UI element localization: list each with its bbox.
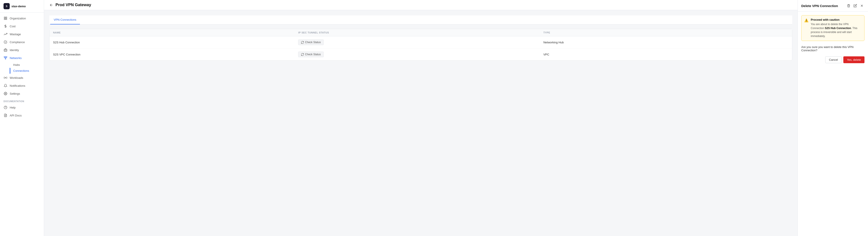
sidebar-nav: Organization Cost Wastage Compliance Ide	[0, 12, 44, 236]
panel-body: ⚠️ Proceed with caution You are about to…	[798, 12, 868, 236]
table-row: S2S VPC Connection Check Status VPC	[50, 48, 792, 60]
sidebar-label-connections: Connections	[13, 69, 29, 72]
sidebar-label-workloads: Workloads	[10, 76, 23, 79]
wastage-icon	[3, 32, 7, 36]
panel-header: Delete VPN Connection	[798, 0, 868, 12]
notifications-icon	[3, 83, 7, 88]
warning-box: ⚠️ Proceed with caution You are about to…	[801, 15, 865, 41]
identity-icon	[3, 48, 7, 52]
col-header-name: NAME	[53, 31, 298, 34]
confirm-question: Are you sure you want to delete this VPN…	[801, 45, 865, 52]
sidebar-item-networks[interactable]: Networks	[0, 54, 44, 62]
row2-type: VPC	[544, 53, 788, 56]
tab-vpn-connections[interactable]: VPN Connections	[50, 15, 80, 25]
row1-type: Networking Hub	[544, 41, 788, 44]
panel-actions	[846, 3, 865, 8]
row1-check-status-button[interactable]: Check Status	[298, 39, 323, 45]
cancel-button[interactable]: Cancel	[825, 56, 842, 63]
right-panel: Delete VPN Connection ⚠️ Proceed with ca…	[798, 0, 868, 236]
sidebar-item-settings[interactable]: Settings	[0, 90, 44, 98]
sidebar-item-help[interactable]: Help	[0, 103, 44, 111]
sidebar-label-notifications: Notifications	[10, 84, 25, 88]
sidebar-label-identity: Identity	[10, 48, 19, 52]
sidebar-label-hubs: Hubs	[13, 63, 20, 66]
organization-icon	[3, 16, 7, 20]
main-content: Prod VPN Gateway VPN Connections NAME IP…	[44, 0, 798, 236]
sidebar-label-organization: Organization	[10, 17, 26, 20]
sidebar-item-connections[interactable]: Connections	[10, 68, 44, 74]
sidebar-item-hubs[interactable]: Hubs	[10, 62, 44, 68]
sidebar-label-settings: Settings	[10, 92, 20, 95]
table-header: NAME IP SEC TUNNEL STATUS TYPE	[50, 29, 792, 36]
row1-name: S2S Hub Connection	[53, 41, 298, 44]
sidebar-label-networks: Networks	[10, 56, 22, 60]
svg-rect-8	[6, 57, 7, 57]
row2-check-status-button[interactable]: Check Status	[298, 52, 323, 57]
workloads-icon	[3, 76, 7, 80]
svg-rect-3	[4, 19, 5, 20]
svg-rect-0	[4, 17, 5, 18]
row1-status-cell: Check Status	[298, 39, 543, 45]
sidebar-item-workloads[interactable]: Workloads	[0, 74, 44, 82]
sidebar-label-help: Help	[10, 106, 16, 109]
panel-title: Delete VPN Connection	[801, 4, 838, 8]
sidebar-item-identity[interactable]: Identity	[0, 46, 44, 54]
help-icon	[3, 105, 7, 109]
col-header-type: TYPE	[544, 31, 788, 34]
settings-icon	[3, 92, 7, 96]
sidebar-item-compliance[interactable]: Compliance	[0, 38, 44, 46]
cost-icon	[3, 24, 7, 28]
app-logo: S	[3, 3, 10, 9]
sidebar-item-organization[interactable]: Organization	[0, 14, 44, 22]
svg-rect-6	[4, 57, 5, 57]
sidebar-header: S stax-demo	[0, 0, 44, 12]
tabs: VPN Connections	[49, 15, 792, 25]
svg-rect-5	[4, 49, 7, 51]
svg-point-14	[5, 77, 6, 78]
row2-check-status-label: Check Status	[305, 53, 320, 56]
row2-name: S2S VPC Connection	[53, 53, 298, 56]
sidebar-item-api-docs[interactable]: API Docs	[0, 111, 44, 119]
row1-check-status-label: Check Status	[305, 41, 320, 44]
api-docs-icon	[3, 113, 7, 117]
panel-buttons: Cancel Yes, delete	[801, 56, 865, 63]
vpn-table: NAME IP SEC TUNNEL STATUS TYPE S2S Hub C…	[49, 29, 792, 61]
svg-point-15	[5, 93, 6, 94]
sidebar-label-api-docs: API Docs	[10, 114, 22, 117]
panel-trash-button[interactable]	[846, 3, 851, 8]
docs-section-label: DOCUMENTATION	[0, 98, 44, 103]
app-name: stax-demo	[11, 5, 26, 8]
sidebar-label-wastage: Wastage	[10, 33, 21, 36]
sidebar-item-cost[interactable]: Cost	[0, 22, 44, 30]
svg-rect-1	[6, 17, 7, 18]
panel-close-button[interactable]	[859, 3, 865, 8]
sidebar-item-wastage[interactable]: Wastage	[0, 30, 44, 38]
row2-status-cell: Check Status	[298, 52, 543, 57]
yes-delete-button[interactable]: Yes, delete	[843, 56, 865, 63]
svg-rect-2	[6, 19, 7, 20]
sidebar-label-cost: Cost	[10, 25, 16, 28]
page-header: Prod VPN Gateway	[44, 0, 798, 10]
warning-text: You are about to delete the VPN Connecti…	[811, 22, 862, 38]
sidebar: S stax-demo Organization Cost Wastage	[0, 0, 44, 236]
svg-rect-9	[5, 59, 6, 59]
compliance-icon	[3, 40, 7, 44]
col-header-status: IP SEC TUNNEL STATUS	[298, 31, 543, 34]
back-button[interactable]	[49, 3, 53, 7]
networks-icon	[3, 56, 7, 60]
networks-submenu: Hubs Connections	[0, 62, 44, 74]
table-row: S2S Hub Connection Check Status Networki…	[50, 36, 792, 48]
warning-icon: ⚠️	[804, 18, 809, 38]
page-title: Prod VPN Gateway	[56, 3, 91, 7]
content-area: VPN Connections NAME IP SEC TUNNEL STATU…	[44, 10, 798, 236]
svg-rect-7	[5, 57, 6, 57]
warning-title: Proceed with caution	[811, 18, 862, 21]
panel-edit-button[interactable]	[852, 3, 858, 8]
sidebar-label-compliance: Compliance	[10, 40, 25, 44]
warning-content: Proceed with caution You are about to de…	[811, 18, 862, 38]
sidebar-item-notifications[interactable]: Notifications	[0, 82, 44, 90]
